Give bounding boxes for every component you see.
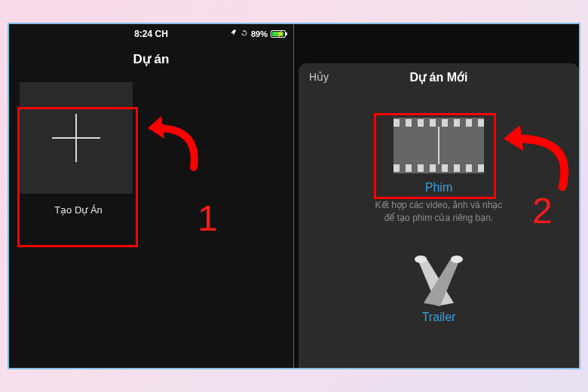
create-project-label: Tạo Dự Án xyxy=(20,204,137,216)
create-project-container: Tạo Dự Án xyxy=(20,82,137,216)
modal-header: Hủy Dự án Mới xyxy=(299,63,579,90)
sync-icon xyxy=(240,29,248,38)
svg-point-3 xyxy=(451,256,463,263)
cancel-button[interactable]: Hủy xyxy=(309,71,329,83)
option-movie-desc: Kết hợp các video, ảnh và nhạc để tạo ph… xyxy=(375,199,503,225)
spotlights-icon xyxy=(401,253,476,306)
svg-point-2 xyxy=(415,256,427,263)
modal-title: Dự án Mới xyxy=(410,70,468,84)
new-project-screen: Hủy Dự án Mới Phim Kết hợp các video, ản… xyxy=(294,24,579,368)
location-icon xyxy=(230,29,237,38)
annotation-step-2: 2 xyxy=(532,190,553,231)
filmstrip-icon xyxy=(394,118,484,173)
projects-screen: 8:24 CH 89% ⚡ Dự án Tạo Dự Án xyxy=(9,24,294,368)
status-bar: 8:24 CH 89% ⚡ xyxy=(9,24,293,44)
plus-icon xyxy=(52,114,100,162)
status-right: 89% ⚡ xyxy=(230,24,286,44)
option-trailer[interactable]: Trailer xyxy=(299,235,579,339)
option-trailer-title: Trailer xyxy=(422,311,456,324)
page-title: Dự án xyxy=(9,44,293,78)
annotation-step-1: 1 xyxy=(198,198,218,239)
status-time: 8:24 CH xyxy=(134,29,168,39)
create-project-tile[interactable] xyxy=(20,82,133,194)
option-movie-title: Phim xyxy=(425,181,452,194)
tutorial-frame: 8:24 CH 89% ⚡ Dự án Tạo Dự Án xyxy=(8,23,580,369)
battery-icon: ⚡ xyxy=(271,30,286,38)
battery-percent: 89% xyxy=(251,29,268,38)
